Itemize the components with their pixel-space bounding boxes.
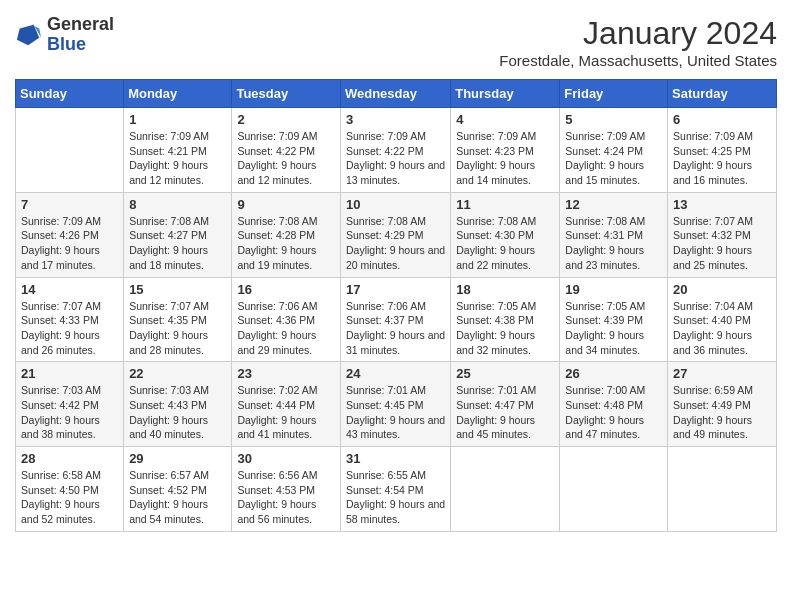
day-number: 30 — [237, 451, 335, 466]
day-cell: 13Sunrise: 7:07 AMSunset: 4:32 PMDayligh… — [668, 192, 777, 277]
day-cell: 18Sunrise: 7:05 AMSunset: 4:38 PMDayligh… — [451, 277, 560, 362]
day-number: 29 — [129, 451, 226, 466]
day-cell: 20Sunrise: 7:04 AMSunset: 4:40 PMDayligh… — [668, 277, 777, 362]
column-header-wednesday: Wednesday — [340, 80, 450, 108]
day-cell — [16, 108, 124, 193]
day-info: Sunrise: 7:07 AMSunset: 4:32 PMDaylight:… — [673, 214, 771, 273]
day-cell: 31Sunrise: 6:55 AMSunset: 4:54 PMDayligh… — [340, 447, 450, 532]
day-number: 15 — [129, 282, 226, 297]
day-number: 8 — [129, 197, 226, 212]
day-cell: 12Sunrise: 7:08 AMSunset: 4:31 PMDayligh… — [560, 192, 668, 277]
day-cell: 6Sunrise: 7:09 AMSunset: 4:25 PMDaylight… — [668, 108, 777, 193]
day-number: 2 — [237, 112, 335, 127]
week-row-4: 21Sunrise: 7:03 AMSunset: 4:42 PMDayligh… — [16, 362, 777, 447]
day-number: 11 — [456, 197, 554, 212]
day-info: Sunrise: 7:05 AMSunset: 4:39 PMDaylight:… — [565, 299, 662, 358]
day-cell — [560, 447, 668, 532]
day-cell: 9Sunrise: 7:08 AMSunset: 4:28 PMDaylight… — [232, 192, 341, 277]
column-header-sunday: Sunday — [16, 80, 124, 108]
logo-general: General — [47, 14, 114, 34]
day-info: Sunrise: 7:08 AMSunset: 4:30 PMDaylight:… — [456, 214, 554, 273]
title-block: January 2024 Forestdale, Massachusetts, … — [499, 15, 777, 69]
day-number: 9 — [237, 197, 335, 212]
day-info: Sunrise: 6:59 AMSunset: 4:49 PMDaylight:… — [673, 383, 771, 442]
day-info: Sunrise: 7:09 AMSunset: 4:24 PMDaylight:… — [565, 129, 662, 188]
day-info: Sunrise: 7:00 AMSunset: 4:48 PMDaylight:… — [565, 383, 662, 442]
day-cell: 4Sunrise: 7:09 AMSunset: 4:23 PMDaylight… — [451, 108, 560, 193]
logo: General Blue — [15, 15, 114, 55]
day-info: Sunrise: 7:09 AMSunset: 4:23 PMDaylight:… — [456, 129, 554, 188]
day-cell: 17Sunrise: 7:06 AMSunset: 4:37 PMDayligh… — [340, 277, 450, 362]
header-row: SundayMondayTuesdayWednesdayThursdayFrid… — [16, 80, 777, 108]
day-cell: 21Sunrise: 7:03 AMSunset: 4:42 PMDayligh… — [16, 362, 124, 447]
day-number: 17 — [346, 282, 445, 297]
day-cell: 10Sunrise: 7:08 AMSunset: 4:29 PMDayligh… — [340, 192, 450, 277]
day-info: Sunrise: 7:09 AMSunset: 4:21 PMDaylight:… — [129, 129, 226, 188]
day-info: Sunrise: 7:09 AMSunset: 4:22 PMDaylight:… — [237, 129, 335, 188]
day-info: Sunrise: 7:02 AMSunset: 4:44 PMDaylight:… — [237, 383, 335, 442]
day-info: Sunrise: 7:01 AMSunset: 4:47 PMDaylight:… — [456, 383, 554, 442]
logo-blue: Blue — [47, 34, 86, 54]
day-number: 27 — [673, 366, 771, 381]
day-cell: 27Sunrise: 6:59 AMSunset: 4:49 PMDayligh… — [668, 362, 777, 447]
day-number: 4 — [456, 112, 554, 127]
day-number: 7 — [21, 197, 118, 212]
day-info: Sunrise: 7:01 AMSunset: 4:45 PMDaylight:… — [346, 383, 445, 442]
day-info: Sunrise: 7:06 AMSunset: 4:37 PMDaylight:… — [346, 299, 445, 358]
week-row-1: 1Sunrise: 7:09 AMSunset: 4:21 PMDaylight… — [16, 108, 777, 193]
day-cell: 14Sunrise: 7:07 AMSunset: 4:33 PMDayligh… — [16, 277, 124, 362]
day-cell: 16Sunrise: 7:06 AMSunset: 4:36 PMDayligh… — [232, 277, 341, 362]
day-info: Sunrise: 7:06 AMSunset: 4:36 PMDaylight:… — [237, 299, 335, 358]
day-cell: 3Sunrise: 7:09 AMSunset: 4:22 PMDaylight… — [340, 108, 450, 193]
day-cell: 1Sunrise: 7:09 AMSunset: 4:21 PMDaylight… — [124, 108, 232, 193]
day-info: Sunrise: 7:07 AMSunset: 4:35 PMDaylight:… — [129, 299, 226, 358]
column-header-monday: Monday — [124, 80, 232, 108]
week-row-2: 7Sunrise: 7:09 AMSunset: 4:26 PMDaylight… — [16, 192, 777, 277]
day-info: Sunrise: 7:09 AMSunset: 4:26 PMDaylight:… — [21, 214, 118, 273]
day-number: 1 — [129, 112, 226, 127]
location: Forestdale, Massachusetts, United States — [499, 52, 777, 69]
day-number: 22 — [129, 366, 226, 381]
day-number: 31 — [346, 451, 445, 466]
day-number: 28 — [21, 451, 118, 466]
day-number: 26 — [565, 366, 662, 381]
day-number: 13 — [673, 197, 771, 212]
day-cell: 5Sunrise: 7:09 AMSunset: 4:24 PMDaylight… — [560, 108, 668, 193]
day-number: 5 — [565, 112, 662, 127]
logo-text: General Blue — [47, 15, 114, 55]
week-row-3: 14Sunrise: 7:07 AMSunset: 4:33 PMDayligh… — [16, 277, 777, 362]
day-cell: 25Sunrise: 7:01 AMSunset: 4:47 PMDayligh… — [451, 362, 560, 447]
day-cell: 24Sunrise: 7:01 AMSunset: 4:45 PMDayligh… — [340, 362, 450, 447]
column-header-thursday: Thursday — [451, 80, 560, 108]
day-info: Sunrise: 7:08 AMSunset: 4:29 PMDaylight:… — [346, 214, 445, 273]
day-cell: 30Sunrise: 6:56 AMSunset: 4:53 PMDayligh… — [232, 447, 341, 532]
day-cell: 29Sunrise: 6:57 AMSunset: 4:52 PMDayligh… — [124, 447, 232, 532]
day-cell: 15Sunrise: 7:07 AMSunset: 4:35 PMDayligh… — [124, 277, 232, 362]
day-cell: 19Sunrise: 7:05 AMSunset: 4:39 PMDayligh… — [560, 277, 668, 362]
column-header-tuesday: Tuesday — [232, 80, 341, 108]
day-info: Sunrise: 7:03 AMSunset: 4:43 PMDaylight:… — [129, 383, 226, 442]
day-info: Sunrise: 7:04 AMSunset: 4:40 PMDaylight:… — [673, 299, 771, 358]
day-info: Sunrise: 7:09 AMSunset: 4:25 PMDaylight:… — [673, 129, 771, 188]
day-number: 16 — [237, 282, 335, 297]
day-info: Sunrise: 7:03 AMSunset: 4:42 PMDaylight:… — [21, 383, 118, 442]
day-info: Sunrise: 7:08 AMSunset: 4:28 PMDaylight:… — [237, 214, 335, 273]
day-number: 3 — [346, 112, 445, 127]
day-number: 25 — [456, 366, 554, 381]
day-number: 18 — [456, 282, 554, 297]
day-info: Sunrise: 6:58 AMSunset: 4:50 PMDaylight:… — [21, 468, 118, 527]
day-number: 24 — [346, 366, 445, 381]
day-info: Sunrise: 7:08 AMSunset: 4:27 PMDaylight:… — [129, 214, 226, 273]
day-cell: 23Sunrise: 7:02 AMSunset: 4:44 PMDayligh… — [232, 362, 341, 447]
day-cell: 7Sunrise: 7:09 AMSunset: 4:26 PMDaylight… — [16, 192, 124, 277]
day-number: 19 — [565, 282, 662, 297]
day-cell — [668, 447, 777, 532]
page-header: General Blue January 2024 Forestdale, Ma… — [15, 15, 777, 69]
day-info: Sunrise: 7:05 AMSunset: 4:38 PMDaylight:… — [456, 299, 554, 358]
day-number: 12 — [565, 197, 662, 212]
column-header-saturday: Saturday — [668, 80, 777, 108]
week-row-5: 28Sunrise: 6:58 AMSunset: 4:50 PMDayligh… — [16, 447, 777, 532]
day-number: 10 — [346, 197, 445, 212]
day-info: Sunrise: 6:55 AMSunset: 4:54 PMDaylight:… — [346, 468, 445, 527]
day-cell: 2Sunrise: 7:09 AMSunset: 4:22 PMDaylight… — [232, 108, 341, 193]
